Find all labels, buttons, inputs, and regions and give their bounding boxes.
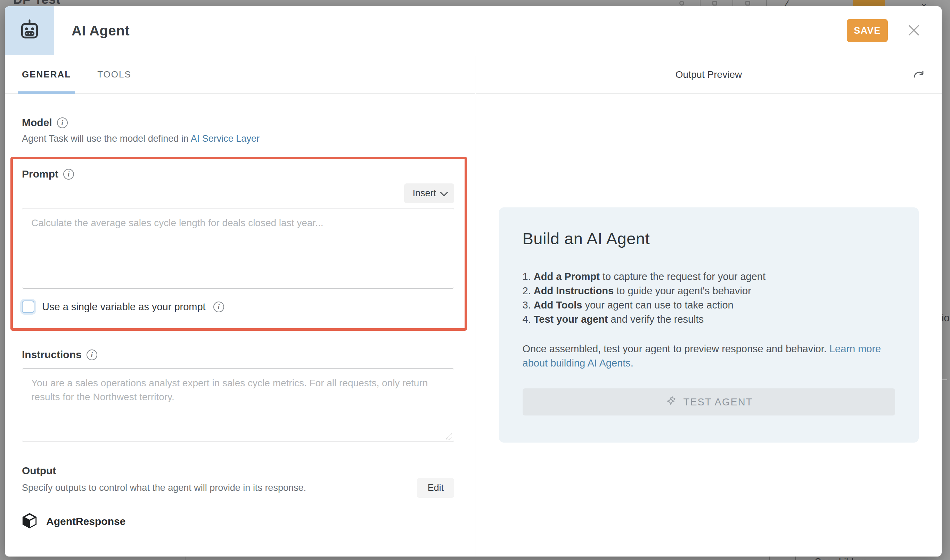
insert-dropdown-button[interactable]: Insert (404, 183, 454, 203)
ai-agent-dialog: AI Agent SAVE GENERAL TOOLS (5, 6, 942, 557)
model-description-text: Agent Task will use the model defined in (22, 134, 191, 144)
single-variable-label: Use a single variable as your prompt (42, 301, 206, 313)
dialog-header: AI Agent SAVE (5, 6, 942, 55)
background-icon-fragment (712, 1, 717, 6)
step-bold: Add Instructions (534, 285, 614, 296)
single-variable-checkbox[interactable] (22, 300, 34, 313)
step-item: 3. Add Tools your agent can use to take … (523, 298, 895, 312)
background-line (769, 557, 770, 560)
step-item: 1. Add a Prompt to capture the request f… (523, 269, 895, 284)
output-row: Specify outputs to control what the agen… (22, 478, 454, 498)
agent-response-name: AgentResponse (46, 515, 125, 527)
instructions-input[interactable] (22, 368, 454, 442)
redo-button[interactable] (910, 66, 928, 84)
step-number: 2. (523, 285, 534, 296)
instructions-info-icon[interactable]: i (86, 349, 97, 360)
robot-icon (17, 18, 42, 44)
build-agent-title: Build an AI Agent (523, 229, 895, 248)
background-page-title: DF Test (13, 0, 60, 6)
build-agent-note: Once assembled, test your agent to previ… (523, 342, 895, 370)
model-section-heading: Model i (22, 117, 454, 129)
model-info-icon[interactable]: i (57, 117, 68, 128)
background-see-children-label: See children (815, 557, 867, 560)
prompt-info-icon[interactable]: i (63, 169, 74, 180)
close-icon (906, 22, 922, 39)
background-separator (700, 0, 701, 6)
screen: DF Test ∕ ⌄ See children io (0, 0, 950, 560)
step-item: 4. Test your agent and verify the result… (523, 312, 895, 326)
prompt-highlight-box: Prompt i Insert Use a single variable as… (11, 157, 467, 331)
step-rest: to capture the request for your agent (600, 271, 765, 282)
build-agent-steps: 1. Add a Prompt to capture the request f… (523, 269, 895, 326)
settings-panel: GENERAL TOOLS Model i Agent Task will us… (5, 55, 475, 557)
model-label: Model (22, 117, 52, 129)
output-description: Specify outputs to control what the agen… (22, 483, 306, 493)
step-bold: Add Tools (534, 300, 582, 311)
test-agent-label: TEST AGENT (684, 396, 753, 408)
step-rest: and verify the results (608, 314, 704, 325)
redo-icon (912, 67, 926, 82)
background-icon-fragment (679, 1, 684, 6)
background-right-strip: io (942, 0, 950, 560)
output-preview-header: Output Preview (476, 55, 942, 94)
tab-tools-label: TOOLS (97, 69, 131, 80)
prompt-input[interactable] (22, 208, 454, 289)
background-pencil-icon: ∕ (786, 0, 787, 6)
step-bold: Test your agent (534, 314, 608, 325)
output-preview-title: Output Preview (676, 69, 742, 80)
output-preview-panel: Output Preview Build an AI Agent 1. Add … (476, 55, 942, 557)
test-agent-button[interactable]: TEST AGENT (523, 388, 895, 415)
step-item: 2. Add Instructions to guide your agent'… (523, 284, 895, 298)
chevron-down-icon (440, 188, 448, 196)
save-button[interactable]: SAVE (847, 19, 888, 42)
output-label: Output (22, 465, 56, 477)
sparkle-icon (665, 394, 678, 410)
step-bold: Add a Prompt (534, 271, 600, 282)
step-number: 1. (523, 271, 534, 282)
background-separator (766, 0, 767, 6)
background-dash (942, 378, 947, 380)
ai-service-layer-link[interactable]: AI Service Layer (191, 134, 260, 144)
insert-row: Insert (22, 183, 454, 203)
instructions-label: Instructions (22, 349, 82, 361)
instructions-wrap (22, 368, 454, 443)
background-line (795, 557, 796, 560)
close-button[interactable] (905, 22, 922, 39)
prompt-section-heading: Prompt i (22, 168, 454, 180)
prompt-label: Prompt (22, 168, 59, 180)
agent-response-row: AgentResponse (22, 512, 454, 531)
tab-tools[interactable]: TOOLS (93, 55, 135, 94)
background-save-button-fragment (853, 0, 885, 6)
insert-label: Insert (413, 188, 436, 199)
step-rest: your agent can use to take action (582, 300, 733, 311)
background-partial-text: io (942, 312, 950, 324)
tab-bar: GENERAL TOOLS (5, 55, 475, 94)
step-number: 4. (523, 314, 534, 325)
instructions-section-heading: Instructions i (22, 349, 454, 361)
step-number: 3. (523, 300, 534, 311)
general-tab-content: Model i Agent Task will use the model de… (5, 94, 475, 531)
output-section-heading: Output (22, 465, 454, 477)
active-tab-underline (18, 91, 75, 94)
note-text: Once assembled, test your agent to previ… (523, 343, 830, 354)
cube-icon (22, 512, 37, 531)
build-agent-card: Build an AI Agent 1. Add a Prompt to cap… (499, 208, 919, 443)
single-variable-info-icon[interactable]: i (213, 302, 224, 312)
background-top-bar: DF Test ∕ ⌄ (0, 0, 950, 6)
background-chevron-down-icon: ⌄ (920, 0, 928, 6)
robot-icon-box (5, 6, 54, 55)
single-variable-row: Use a single variable as your prompt i (22, 300, 454, 313)
model-description: Agent Task will use the model defined in… (22, 134, 454, 144)
background-line (185, 557, 186, 560)
step-rest: to guide your agent's behavior (614, 285, 751, 296)
tab-general-label: GENERAL (22, 69, 71, 80)
dialog-title: AI Agent (72, 6, 129, 55)
resize-handle[interactable] (446, 434, 452, 440)
background-separator (733, 0, 733, 6)
background-icon-fragment (745, 1, 750, 6)
edit-output-button[interactable]: Edit (417, 478, 454, 498)
tab-general[interactable]: GENERAL (18, 55, 75, 94)
background-bottom-strip: See children (0, 557, 950, 560)
